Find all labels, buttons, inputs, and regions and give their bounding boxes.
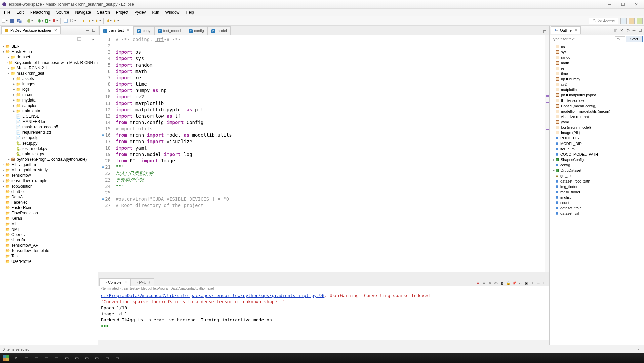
- outline-item-0[interactable]: os: [550, 44, 644, 49]
- menu-refactoring[interactable]: Refactoring: [27, 9, 53, 15]
- minimize-button[interactable]: ─: [605, 1, 614, 8]
- console-remove-all-button[interactable]: ✕✕: [493, 280, 499, 286]
- outline-close-icon[interactable]: ✕: [574, 28, 578, 33]
- tree-item-30[interactable]: FasterRcnn: [0, 205, 98, 210]
- outline-item-29[interactable]: count: [550, 200, 644, 205]
- outline-item-21[interactable]: ▸ShapesConfig: [550, 157, 644, 162]
- tree-item-3[interactable]: ▸Keypoints-of-humanpose-with-Mask-R-CNN-…: [0, 60, 98, 65]
- outline-item-25[interactable]: dataset_root_path: [550, 178, 644, 184]
- console-open-button[interactable]: ▣: [524, 280, 529, 286]
- console-scroll-lock-button[interactable]: 🔒: [506, 280, 511, 286]
- console-clear-button[interactable]: 🗑: [499, 280, 505, 286]
- tree-item-31[interactable]: FlowPrediction: [0, 210, 98, 216]
- outline-item-9[interactable]: plt = matplotlib.pyplot: [550, 92, 644, 98]
- save-all-button[interactable]: [16, 17, 23, 24]
- outline-item-19[interactable]: iter_num: [550, 146, 644, 152]
- outline-item-14[interactable]: yaml: [550, 119, 644, 125]
- outline-maximize-button[interactable]: ☐: [637, 28, 643, 33]
- outline-item-18[interactable]: MODEL_DIR: [550, 141, 644, 146]
- tree-item-14[interactable]: MANIFEST.in: [0, 119, 98, 124]
- console-maximize-button[interactable]: ☐: [542, 280, 547, 286]
- taskbar-app-7[interactable]: ▭: [82, 354, 91, 362]
- outline-item-31[interactable]: dataset_val: [550, 211, 644, 216]
- outline-item-20[interactable]: COCO_MODEL_PATH: [550, 152, 644, 157]
- panel-minimize-button[interactable]: ─: [85, 28, 90, 33]
- editor-hscroll[interactable]: [98, 272, 549, 278]
- panel-maximize-button[interactable]: ☐: [91, 28, 96, 33]
- menu-pydev[interactable]: Pydev: [132, 9, 148, 15]
- console-new-button[interactable]: +: [530, 280, 535, 286]
- outline-item-3[interactable]: math: [550, 60, 644, 66]
- taskbar-app-9[interactable]: ▭: [102, 354, 112, 362]
- last-edit-button[interactable]: ▼: [95, 17, 102, 24]
- menu-project[interactable]: Project: [113, 9, 131, 15]
- link-editor-button[interactable]: [83, 36, 89, 42]
- outline-item-23[interactable]: ▸DrugDataset: [550, 168, 644, 173]
- debug-button[interactable]: ▼: [37, 17, 44, 24]
- outline-item-15[interactable]: log (mrcnn.model): [550, 125, 644, 130]
- taskbar-app-4[interactable]: ▭: [52, 354, 61, 362]
- run-button[interactable]: ▼: [44, 17, 51, 24]
- code-area[interactable]: # -*- coding: utf-8 -*- import osimport …: [113, 35, 545, 272]
- outline-tree[interactable]: ossysrandommathretimenp = numpycv2matplo…: [550, 43, 644, 345]
- outline-item-12[interactable]: modellib = model,utils (mrcnn): [550, 109, 644, 114]
- outline-item-10[interactable]: tf = tensorflow: [550, 98, 644, 103]
- outline-item-1[interactable]: sys: [550, 49, 644, 55]
- menu-search[interactable]: Search: [94, 9, 113, 15]
- package-explorer-tab[interactable]: PyDev Package Explorer ✕: [1, 26, 61, 34]
- new-pymodule-button[interactable]: [62, 17, 69, 24]
- search-button[interactable]: ▼: [70, 17, 76, 24]
- start-button[interactable]: [1, 354, 11, 362]
- outline-item-7[interactable]: cv2: [550, 82, 644, 87]
- tree-item-26[interactable]: ▸TopSolution: [0, 184, 98, 189]
- perspective-button-1[interactable]: [620, 18, 627, 24]
- tree-item-12[interactable]: ▸train_data: [0, 108, 98, 114]
- tree-item-15[interactable]: mask_rcnn_coco.h5: [0, 124, 98, 130]
- project-tree[interactable]: ▸BERT▾Mask-Rcnn▸dataset▸Keypoints-of-hum…: [0, 43, 98, 345]
- tree-item-33[interactable]: ML: [0, 221, 98, 227]
- view-menu-button[interactable]: ▽: [90, 36, 96, 42]
- tree-item-39[interactable]: Test: [0, 253, 98, 259]
- menu-window[interactable]: Window: [163, 9, 183, 15]
- package-explorer-close-icon[interactable]: ✕: [54, 28, 57, 33]
- taskbar-app-6[interactable]: ▭: [72, 354, 81, 362]
- taskbar-app-3[interactable]: ▭: [42, 354, 51, 362]
- tree-item-19[interactable]: test_model.py: [0, 146, 98, 151]
- outline-item-5[interactable]: time: [550, 71, 644, 76]
- outline-filter-input[interactable]: [551, 36, 614, 42]
- tree-item-16[interactable]: requirements.txt: [0, 130, 98, 135]
- console-minimize-button[interactable]: ─: [536, 280, 541, 286]
- save-button[interactable]: [9, 17, 15, 24]
- outline-hide-button[interactable]: ✕: [619, 28, 625, 33]
- menu-run[interactable]: Run: [149, 9, 162, 15]
- taskbar-app-2[interactable]: ▭: [32, 354, 41, 362]
- tree-item-34[interactable]: NMT: [0, 227, 98, 232]
- outline-item-2[interactable]: random: [550, 55, 644, 60]
- tree-item-37[interactable]: Tensorflow_API: [0, 243, 98, 248]
- close-button[interactable]: ✕: [632, 1, 641, 8]
- outline-start-button[interactable]: Start: [626, 36, 643, 42]
- forward-button[interactable]: ▼: [113, 17, 119, 24]
- collapse-all-button[interactable]: [76, 36, 82, 42]
- console-display-button[interactable]: ▭: [518, 280, 523, 286]
- tree-item-9[interactable]: ▸mrcnn: [0, 92, 98, 97]
- menu-edit[interactable]: Edit: [14, 9, 26, 15]
- tree-item-27[interactable]: chatbot: [0, 189, 98, 194]
- perspective-button-3[interactable]: [637, 18, 643, 24]
- outline-minimize-button[interactable]: ─: [631, 28, 637, 33]
- editor-tab-config[interactable]: config: [185, 26, 207, 35]
- console-tab-close-icon[interactable]: ✕: [124, 280, 127, 284]
- tree-item-35[interactable]: Opencv: [0, 232, 98, 237]
- next-edit-button[interactable]: ▼: [87, 17, 94, 24]
- tree-item-11[interactable]: ▸samples: [0, 103, 98, 108]
- tree-item-29[interactable]: FaceNet: [0, 200, 98, 205]
- back-button[interactable]: ▼: [105, 17, 112, 24]
- tree-item-10[interactable]: ▸mydata: [0, 97, 98, 103]
- maximize-button[interactable]: ☐: [618, 1, 627, 8]
- tree-item-24[interactable]: ▸Tensorflow: [0, 173, 98, 178]
- tree-item-40[interactable]: UserProfile: [0, 259, 98, 264]
- menu-source[interactable]: Source: [53, 9, 72, 15]
- tree-item-13[interactable]: LICENSE: [0, 114, 98, 119]
- outline-item-27[interactable]: mask_floder: [550, 189, 644, 195]
- outline-poi-input[interactable]: [615, 36, 625, 42]
